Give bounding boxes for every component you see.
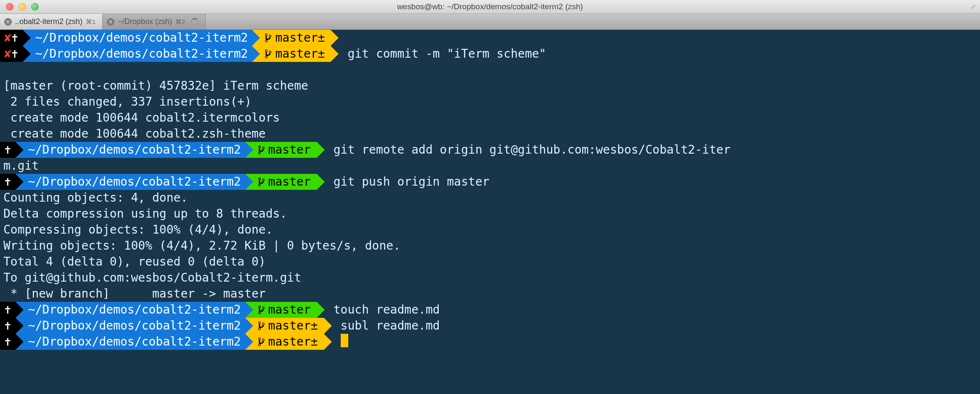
git-branch-segment: master (245, 174, 317, 190)
status-segment: ✝ (0, 318, 16, 334)
git-branch-name: master (268, 174, 311, 190)
git-branch-icon (258, 337, 265, 347)
zoom-window-button[interactable] (31, 3, 39, 11)
prompt-line: ✘ ✝~/Dropbox/demos/cobalt2-iterm2master±… (0, 46, 980, 62)
git-branch-segment: master (245, 142, 317, 158)
maximize-icon[interactable]: ⤢ (971, 3, 976, 10)
git-branch-icon (265, 33, 272, 43)
path-segment: ~/Dropbox/demos/cobalt2-iterm2 (23, 46, 252, 62)
output-line: m.git (0, 158, 980, 174)
git-branch-segment: master± (252, 30, 331, 46)
status-segment: ✝ (0, 334, 16, 350)
prompt-line: ✝~/Dropbox/demos/cobalt2-iterm2master± (0, 334, 980, 350)
output-line: [master (root-commit) 457832e] iTerm sch… (0, 78, 980, 94)
git-branch-icon (258, 145, 265, 155)
output-text: [master (root-commit) 457832e] iTerm sch… (0, 78, 308, 94)
prompt-line: ✘ ✝~/Dropbox/demos/cobalt2-iterm2master± (0, 30, 980, 46)
status-segment: ✘ ✝ (0, 46, 23, 62)
tab-1[interactable]: ✕ ..obalt2-iterm2 (zsh) ⌘1 (0, 14, 103, 29)
minimize-window-button[interactable] (19, 3, 26, 11)
git-branch-name: master (268, 334, 311, 350)
output-line: To git@github.com:wesbos/Cobalt2-iterm.g… (0, 270, 980, 286)
path-segment: ~/Dropbox/demos/cobalt2-iterm2 (16, 318, 245, 334)
output-text: create mode 100644 cobalt2.itermcolors (0, 110, 280, 126)
git-branch-segment: master (245, 302, 317, 318)
command-text: git push origin master (317, 174, 490, 190)
git-branch-segment: master± (245, 334, 324, 350)
git-branch-name: master (268, 302, 311, 318)
close-tab-icon[interactable]: ✕ (4, 18, 12, 26)
output-text: Counting objects: 4, done. (0, 190, 188, 206)
output-text: 2 files changed, 337 insertions(+) (0, 94, 252, 110)
superuser-cross-icon: ✝ (4, 142, 11, 158)
path-segment: ~/Dropbox/demos/cobalt2-iterm2 (23, 30, 252, 46)
window-title: wesbos@wb: ~/Dropbox/demos/cobalt2-iterm… (397, 2, 583, 11)
output-line: create mode 100644 cobalt2.itermcolors (0, 110, 980, 126)
path-segment: ~/Dropbox/demos/cobalt2-iterm2 (16, 334, 245, 350)
output-line: create mode 100644 cobalt2.zsh-theme (0, 126, 980, 142)
git-dirty-indicator: ± (311, 334, 318, 350)
output-line: Compressing objects: 100% (4/4), done. (0, 222, 980, 238)
git-branch-icon (258, 177, 265, 187)
terminal-cursor[interactable] (341, 334, 348, 347)
git-dirty-indicator: ± (318, 30, 325, 46)
output-text: create mode 100644 cobalt2.zsh-theme (0, 126, 266, 142)
blank-line (0, 62, 980, 78)
output-text: * [new branch] master -> master (0, 286, 266, 302)
error-x-icon: ✘ (4, 46, 11, 62)
prompt-line: ✝~/Dropbox/demos/cobalt2-iterm2mastergit… (0, 174, 980, 190)
tab-label: ..obalt2-iterm2 (zsh) (15, 17, 82, 26)
git-branch-segment: master± (252, 46, 331, 62)
path-segment: ~/Dropbox/demos/cobalt2-iterm2 (16, 174, 245, 190)
command-text: git remote add origin git@github.com:wes… (317, 142, 731, 158)
git-branch-name: master (275, 46, 318, 62)
tab-shortcut: ⌘1 (86, 18, 95, 26)
terminal-viewport[interactable]: ✘ ✝~/Dropbox/demos/cobalt2-iterm2master±… (0, 30, 980, 350)
git-branch-icon (265, 49, 272, 59)
error-x-icon: ✘ (4, 30, 11, 46)
prompt-line: ✝~/Dropbox/demos/cobalt2-iterm2mastertou… (0, 302, 980, 318)
status-segment: ✘ ✝ (0, 30, 23, 46)
tab-label: ~/Dropbox (zsh) (118, 17, 172, 26)
path-segment: ~/Dropbox/demos/cobalt2-iterm2 (16, 142, 245, 158)
superuser-cross-icon: ✝ (11, 46, 19, 62)
output-text: m.git (0, 158, 39, 174)
output-text: To git@github.com:wesbos/Cobalt2-iterm.g… (0, 270, 301, 286)
git-branch-name: master (268, 142, 311, 158)
superuser-cross-icon: ✝ (4, 302, 11, 318)
status-segment: ✝ (0, 142, 16, 158)
command-text: git commit -m "iTerm scheme" (331, 46, 546, 62)
git-dirty-indicator: ± (318, 46, 325, 62)
git-branch-name: master (268, 318, 311, 334)
prompt-line: ✝~/Dropbox/demos/cobalt2-iterm2master±su… (0, 318, 980, 334)
output-text: Writing objects: 100% (4/4), 2.72 KiB | … (0, 238, 400, 254)
output-text: Delta compression using up to 8 threads. (0, 206, 287, 222)
output-text: Total 4 (delta 0), reused 0 (delta 0) (0, 254, 266, 270)
close-window-button[interactable] (6, 3, 13, 11)
loading-spinner-icon (191, 18, 199, 26)
output-line: Counting objects: 4, done. (0, 190, 980, 206)
git-dirty-indicator: ± (311, 318, 318, 334)
command-text: subl readme.md (324, 318, 440, 334)
traffic-lights (0, 3, 39, 11)
tab-shortcut: ⌘2 (175, 18, 185, 26)
superuser-cross-icon: ✝ (4, 334, 11, 350)
tab-2[interactable]: ✕ ~/Dropbox (zsh) ⌘2 (103, 14, 206, 29)
superuser-cross-icon: ✝ (4, 174, 11, 190)
window-titlebar: wesbos@wb: ~/Dropbox/demos/cobalt2-iterm… (0, 0, 980, 14)
output-line: 2 files changed, 337 insertions(+) (0, 94, 980, 110)
superuser-cross-icon: ✝ (11, 30, 19, 46)
tab-bar: ✕ ..obalt2-iterm2 (zsh) ⌘1 ✕ ~/Dropbox (… (0, 14, 980, 30)
git-branch-name: master (275, 30, 318, 46)
close-tab-icon[interactable]: ✕ (107, 18, 114, 26)
output-line: * [new branch] master -> master (0, 286, 980, 302)
command-text: touch readme.md (317, 302, 440, 318)
git-branch-segment: master± (245, 318, 324, 334)
git-branch-icon (258, 305, 265, 315)
output-text: Compressing objects: 100% (4/4), done. (0, 222, 273, 238)
path-segment: ~/Dropbox/demos/cobalt2-iterm2 (16, 302, 245, 318)
superuser-cross-icon: ✝ (4, 318, 11, 334)
git-branch-icon (258, 321, 265, 331)
prompt-line: ✝~/Dropbox/demos/cobalt2-iterm2mastergit… (0, 142, 980, 158)
output-line: Writing objects: 100% (4/4), 2.72 KiB | … (0, 238, 980, 254)
